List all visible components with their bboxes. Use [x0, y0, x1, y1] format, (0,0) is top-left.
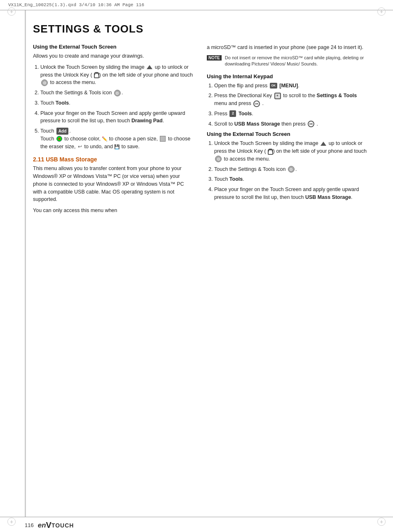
list-item: Press Tools. — [214, 110, 368, 118]
note-text: Do not insert or remove the microSD™ car… — [225, 55, 368, 68]
r-step1-text: Open the flip and press [MENU]. — [214, 83, 299, 89]
reg-mark-bl — [7, 518, 16, 526]
list-item: Unlock the Touch Screen by sliding the i… — [40, 63, 194, 86]
ok-round-icon2 — [308, 121, 314, 127]
section2-para1: This menu allows you to transfer content… — [33, 165, 194, 203]
section4-title: Using the External Touch Screen — [207, 131, 368, 137]
lock-icon2 — [267, 148, 272, 155]
list-item: Scroll to USB Mass Storage then press . — [214, 120, 368, 128]
list-item: Place your finger on the Touch Screen an… — [214, 186, 368, 201]
lock-icon — [93, 72, 98, 78]
color-icon — [56, 136, 62, 142]
ok-btn-icon — [270, 83, 277, 89]
two-icon — [229, 110, 236, 117]
list-item: Place your finger on the Touch Screen an… — [40, 110, 194, 125]
reg-mark-br — [377, 518, 386, 526]
arrow-up-icon2 — [320, 142, 326, 146]
save-icon: 💾 — [114, 143, 120, 150]
r2-step2-text: Touch the Settings & Tools icon . — [214, 166, 297, 172]
settings-icon4 — [288, 166, 295, 173]
brand-logo: enVTOUCH — [38, 520, 74, 530]
note-box: NOTE Do not insert or remove the microSD… — [207, 55, 368, 68]
section3-title: Using the Internal Keypad — [207, 73, 368, 79]
section1-steps: Unlock the Touch Screen by sliding the i… — [33, 63, 194, 151]
r-step2-text: Press the Directional Key to scroll to t… — [214, 93, 357, 106]
section2-cont: a microSD™ card is inserted in your phon… — [207, 44, 368, 51]
undo-icon: ↩ — [78, 143, 82, 150]
section2-title: 2.11 USB Mass Storage — [33, 156, 194, 163]
list-item: Unlock the Touch Screen by sliding the i… — [214, 140, 368, 163]
section2-para2: You can only access this menu when — [33, 207, 194, 215]
settings-icon3 — [215, 156, 222, 162]
list-item: Touch Add. Touch to choose color, ✏️ to … — [40, 127, 194, 150]
step4-text: Place your finger on the Touch Screen an… — [40, 110, 185, 124]
page-number: 116 — [25, 522, 34, 528]
r2-step3-text: Touch Tools. — [214, 176, 244, 182]
directional-icon — [274, 93, 281, 99]
page-title: SETTINGS & TOOLS — [33, 23, 368, 35]
r-step3-text: Press Tools. — [214, 111, 253, 117]
section4-steps: Unlock the Touch Screen by sliding the i… — [207, 140, 368, 201]
arrow-up-icon — [147, 65, 152, 69]
step2-text: Touch the Settings & Tools icon . — [40, 90, 123, 96]
pen-xi-icon: ✏️ — [102, 135, 108, 142]
step1-text: Unlock the Touch Screen by sliding the i… — [40, 64, 193, 86]
settings-icon2 — [114, 90, 121, 96]
page-header: VX11K_Eng_100225(1.3).qxd 3/4/10 10:36 A… — [0, 0, 393, 10]
header-text: VX11K_Eng_100225(1.3).qxd 3/4/10 10:36 A… — [8, 2, 144, 7]
left-column: Using the External Touch Screen Allows y… — [33, 44, 194, 504]
eraser-icon — [160, 136, 166, 142]
step5-text: Touch Add. Touch to choose color, ✏️ to … — [40, 128, 190, 149]
r2-step4-text: Place your finger on the Touch Screen an… — [214, 187, 359, 200]
list-item: Touch the Settings & Tools icon . — [40, 89, 194, 97]
list-item: Touch the Settings & Tools icon . — [214, 166, 368, 173]
list-item: Open the flip and press [MENU]. — [214, 82, 368, 90]
add-btn-icon: Add — [56, 128, 68, 135]
section3-steps: Open the flip and press [MENU]. Press th… — [207, 82, 368, 128]
list-item: Press the Directional Key to scroll to t… — [214, 92, 368, 107]
section1-title: Using the External Touch Screen — [33, 44, 194, 50]
note-label: NOTE — [207, 55, 222, 61]
step3-text: Touch Tools. — [40, 100, 70, 106]
r2-step1-text: Unlock the Touch Screen by sliding the i… — [214, 140, 367, 162]
right-column: a microSD™ card is inserted in your phon… — [207, 44, 368, 504]
page-footer: 116 enVTOUCH — [0, 517, 393, 532]
section1-intro: Allows you to create and manage your dra… — [33, 52, 194, 60]
list-item: Touch Tools. — [214, 175, 368, 183]
r-step4-text: Scroll to USB Mass Storage then press . — [214, 121, 318, 127]
settings-icon — [41, 79, 48, 86]
list-item: Touch Tools. — [40, 99, 194, 107]
margin-line — [25, 10, 26, 517]
ok-round-icon — [253, 100, 260, 107]
